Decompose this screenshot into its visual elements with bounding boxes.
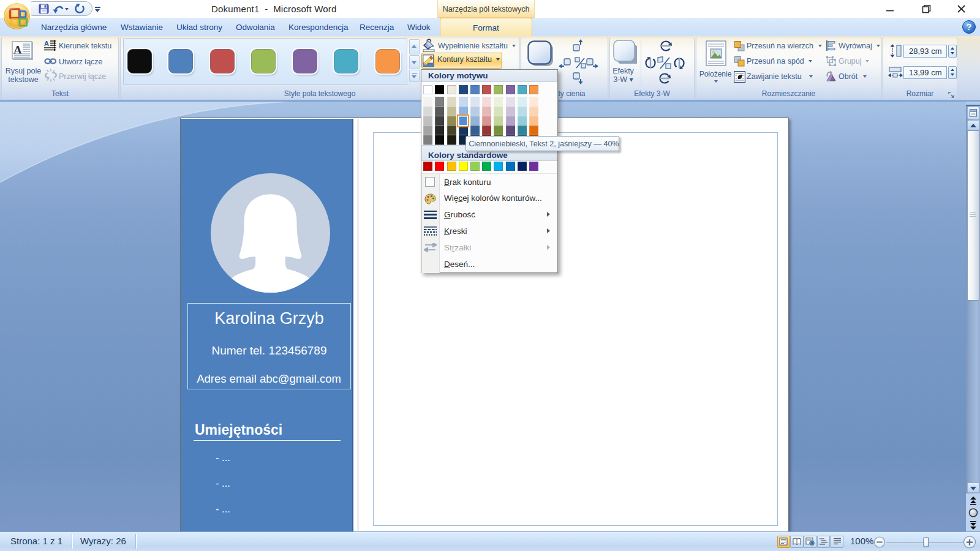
svg-text:?: ? bbox=[967, 22, 972, 32]
svg-text:A: A bbox=[44, 40, 49, 47]
svg-text:A: A bbox=[13, 43, 22, 56]
